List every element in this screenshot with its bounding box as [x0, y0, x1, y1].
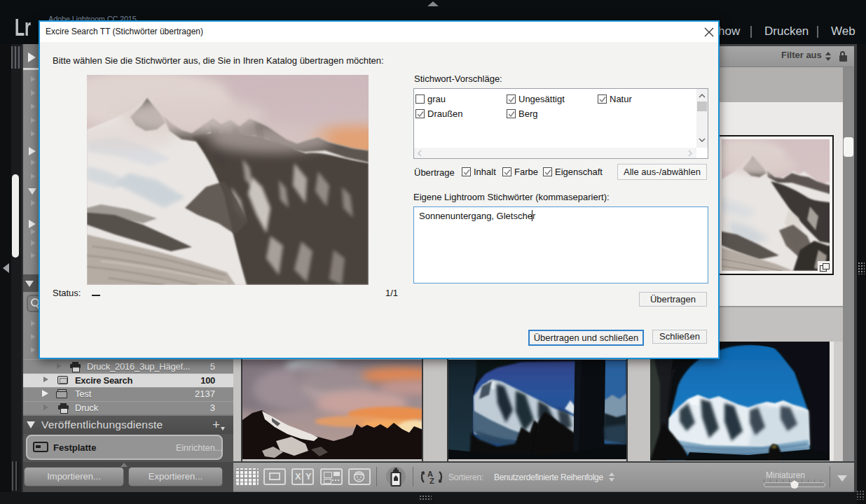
svg-text:Z: Z: [429, 477, 434, 485]
